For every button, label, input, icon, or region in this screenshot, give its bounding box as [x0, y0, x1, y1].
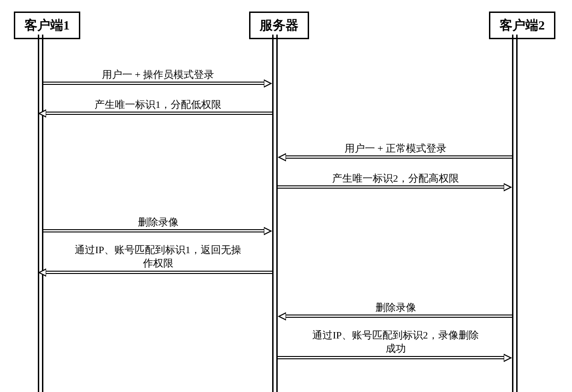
actor-server: 服务器 — [249, 12, 309, 39]
msg6-arrow — [46, 271, 272, 274]
msg3-arrowhead — [278, 153, 286, 161]
msg3-arrow — [286, 155, 512, 159]
msg1-arrow — [43, 82, 264, 85]
msg4-arrowhead — [504, 183, 512, 191]
msg2-label: 产生唯一标识1，分配低权限 — [46, 98, 270, 112]
msg8-arrowhead — [504, 354, 512, 362]
msg5-label: 删除录像 — [46, 216, 270, 229]
msg7-arrow — [286, 315, 512, 318]
actor-client2: 客户端2 — [489, 12, 555, 39]
msg6-arrowhead — [38, 268, 46, 277]
msg7-label: 删除录像 — [281, 301, 510, 315]
msg2-arrow — [46, 112, 272, 115]
msg5-arrow — [43, 229, 264, 232]
msg1-arrowhead — [264, 79, 272, 88]
lifeline-client1 — [38, 35, 43, 392]
msg5-arrowhead — [264, 227, 272, 235]
lifeline-client2 — [512, 35, 518, 392]
msg2-arrowhead — [38, 109, 46, 118]
actor-client1: 客户端1 — [14, 12, 80, 39]
msg8-label: 通过IP、账号匹配到标识2，录像删除 成功 — [281, 329, 510, 355]
lifeline-server — [272, 35, 278, 392]
msg1-label: 用户一 + 操作员模式登录 — [46, 68, 270, 82]
msg8-arrow — [278, 356, 504, 359]
msg7-arrowhead — [278, 312, 286, 321]
msg6-label: 通过IP、账号匹配到标识1，返回无操 作权限 — [46, 244, 270, 270]
msg4-arrow — [278, 185, 504, 189]
msg4-label: 产生唯一标识2，分配高权限 — [281, 172, 510, 185]
msg3-label: 用户一 + 正常模式登录 — [281, 142, 510, 155]
